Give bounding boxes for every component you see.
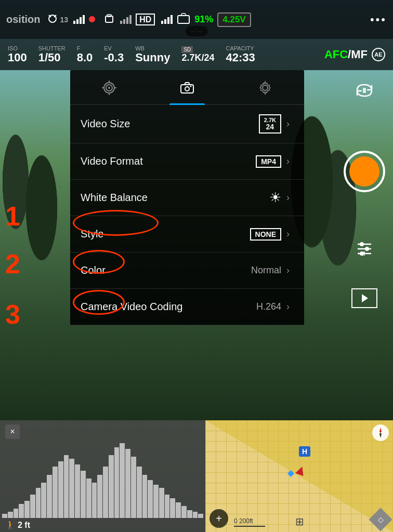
svg-rect-3 <box>106 16 113 22</box>
histogram-bar <box>142 475 148 518</box>
sliders-button[interactable]: M <box>355 239 374 262</box>
none-box: NONE <box>250 228 281 241</box>
mf-value: /MF <box>348 48 368 61</box>
video-coding-row[interactable]: Camera Video Coding H.264 › <box>70 289 304 325</box>
histogram-bars <box>0 443 205 518</box>
histogram-bar <box>81 471 86 518</box>
color-row[interactable]: Color Normal › <box>70 252 304 289</box>
histogram-footer: 🚶 2 ft <box>0 518 205 532</box>
flip-camera-button[interactable] <box>355 81 374 104</box>
f-value: 8.0 <box>77 51 93 64</box>
right-controls: M <box>336 70 393 408</box>
tab-bar <box>70 70 304 105</box>
chevron-right-icon: › <box>286 156 290 167</box>
shutter-value: 1/50 <box>38 51 66 64</box>
svg-text:M: M <box>361 251 365 257</box>
afc-value: AFC <box>324 48 348 61</box>
f-param: F 8.0 <box>77 45 93 64</box>
distance-value: 2 ft <box>18 521 30 530</box>
color-label: Color <box>81 264 251 276</box>
play-icon <box>359 292 370 304</box>
svg-rect-13 <box>181 85 193 93</box>
histogram-bar <box>165 495 170 518</box>
histogram-bar <box>159 488 164 518</box>
histogram-bar <box>125 449 130 518</box>
histogram-bar <box>120 443 125 518</box>
hd-badge-container: HD <box>136 15 156 24</box>
gear-icon <box>258 81 272 95</box>
record-button[interactable] <box>344 151 385 192</box>
histogram-bar <box>41 483 46 518</box>
map-fullscreen-button[interactable]: ⊞ <box>295 515 304 528</box>
histogram-bar <box>58 461 63 518</box>
more-menu-button[interactable]: ••• <box>370 13 387 26</box>
sd-label: SD <box>181 46 214 53</box>
histogram-bar <box>148 480 153 518</box>
histogram-panel: × 🚶 2 ft <box>0 420 205 532</box>
iso-value: 100 <box>8 51 27 64</box>
style-label: Style <box>81 228 250 240</box>
video-format-label: Video Format <box>81 155 256 167</box>
svg-rect-17 <box>363 88 366 93</box>
flip-icon <box>355 81 374 100</box>
video-format-row[interactable]: Video Format MP4 › <box>70 143 304 180</box>
annotation-numbers: 1 2 3 <box>5 203 20 328</box>
ev-param: EV -0.3 <box>104 45 124 64</box>
chevron-right-icon: › <box>286 192 290 203</box>
size-param: SD 2.7K/24 <box>181 46 214 63</box>
style-row[interactable]: Style NONE › <box>70 216 304 252</box>
svg-point-19 <box>360 242 364 246</box>
tab-lens[interactable] <box>91 76 127 104</box>
hd-badge: HD <box>136 14 155 25</box>
compass-icon <box>374 427 387 439</box>
annotation-3: 3 <box>5 301 20 328</box>
chevron-right-icon: › <box>286 118 290 129</box>
histogram-bar <box>193 512 198 518</box>
video-size-box: 2.7K 24 <box>259 114 281 134</box>
wb-value: Sunny <box>135 51 170 64</box>
svg-marker-25 <box>362 294 368 302</box>
ae-button[interactable]: AE <box>372 48 385 61</box>
iso-param: ISO 100 <box>8 45 27 64</box>
histogram-bar <box>75 464 80 518</box>
annotation-1: 1 <box>5 203 20 230</box>
playback-button[interactable] <box>351 288 377 308</box>
annotation-2: 2 <box>5 250 20 277</box>
chevron-right-icon: › <box>286 229 290 240</box>
histogram-bar <box>103 467 108 518</box>
svg-rect-5 <box>178 16 189 23</box>
capacity-param: CAPACITY 42:33 <box>226 45 255 64</box>
histogram-bar <box>30 495 35 518</box>
sun-icon: ☀ <box>269 190 281 206</box>
signal-bars-3 <box>161 15 173 24</box>
map-zoom-button[interactable]: + <box>209 509 228 528</box>
capacity-value: 42:33 <box>226 51 255 64</box>
sliders-icon: M <box>355 239 374 259</box>
status-bar: osition 13 HD <box>0 0 393 39</box>
chevron-right-icon: › <box>286 265 290 276</box>
video-size-row[interactable]: Video Size 2.7K 24 › <box>70 105 304 143</box>
person-icon: 🚶 <box>5 520 16 530</box>
color-value: Normal › <box>251 265 290 276</box>
histogram-bar <box>69 459 74 518</box>
map-marker-h: H <box>299 446 310 457</box>
histogram-bar <box>47 475 52 518</box>
battery-voltage: 4.25V <box>217 12 251 27</box>
histogram-canvas <box>0 443 205 518</box>
radio-icon <box>102 12 116 25</box>
style-value: NONE › <box>250 228 290 241</box>
menu-panel: Video Size 2.7K 24 › Video Format MP4 › … <box>70 70 304 325</box>
tab-settings[interactable] <box>247 76 283 104</box>
white-balance-value: ☀ › <box>269 190 290 206</box>
record-inner <box>349 156 379 187</box>
signal-count: 13 <box>60 16 69 24</box>
map-panel: H ▲ ◆ + 0 200ft ⊞ ◇ <box>205 420 393 532</box>
lens-icon <box>102 81 116 95</box>
tab-camera[interactable] <box>169 76 205 104</box>
white-balance-row[interactable]: White Balance ☀ › <box>70 180 304 216</box>
ev-value: -0.3 <box>104 51 124 64</box>
histogram-bar <box>14 509 19 518</box>
histogram-bar <box>137 467 142 518</box>
histogram-close-button[interactable]: × <box>5 424 20 439</box>
svg-point-8 <box>108 87 110 89</box>
